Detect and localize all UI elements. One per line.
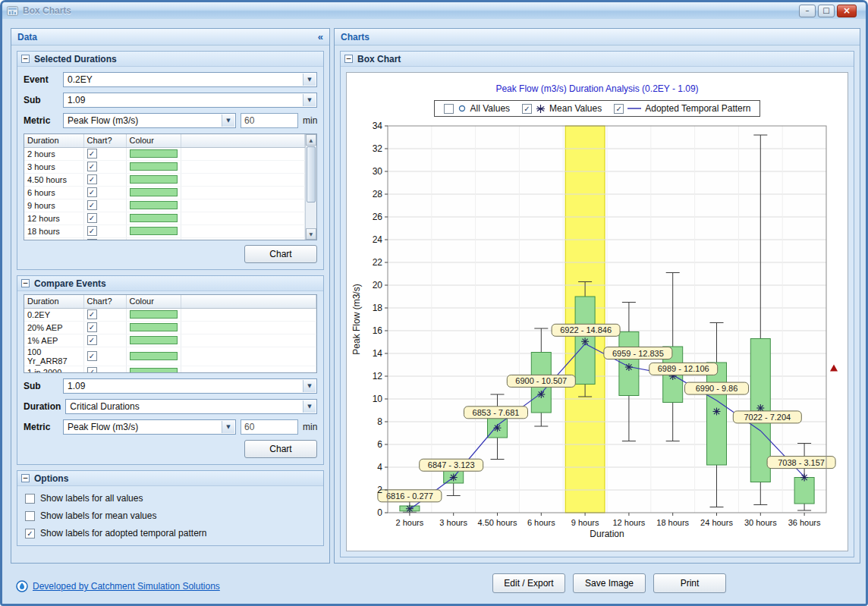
colour-swatch[interactable] <box>130 227 178 235</box>
row-checkbox[interactable]: ✓ <box>87 213 97 223</box>
colour-swatch[interactable] <box>130 201 178 209</box>
row-label[interactable]: 18 hours <box>24 225 83 237</box>
table-row: 24 hours✓ <box>24 237 304 240</box>
row-checkbox[interactable]: ✓ <box>87 187 97 197</box>
col-filler <box>181 134 304 147</box>
row-checkbox[interactable]: ✓ <box>87 200 97 210</box>
compare-metric-select[interactable]: Peak Flow (m3/s) ▼ <box>63 419 236 435</box>
box-chart-header[interactable]: − Box Chart <box>341 52 854 67</box>
selected-durations-header[interactable]: − Selected Durations <box>17 52 323 67</box>
panel-collapse-button[interactable]: « <box>318 31 323 42</box>
colour-swatch[interactable] <box>130 323 178 331</box>
row-label[interactable]: 20% AEP <box>24 321 83 334</box>
row-label[interactable]: 1% AEP <box>24 334 83 347</box>
svg-text:32: 32 <box>373 143 383 154</box>
row-checkbox[interactable]: ✓ <box>87 239 97 240</box>
compare-sub-select[interactable]: 1.09 ▼ <box>63 378 317 394</box>
colour-swatch[interactable] <box>130 336 178 344</box>
legend-checkbox[interactable]: ✓ <box>522 104 532 114</box>
metric-select[interactable]: Peak Flow (m3/s) ▼ <box>63 113 236 128</box>
developer-link[interactable]: Developed by Catchment Simulation Soluti… <box>33 581 220 592</box>
metric-minutes-input[interactable] <box>241 113 298 128</box>
event-select[interactable]: 0.2EY ▼ <box>63 72 317 87</box>
row-label[interactable]: 1 in 2000 <box>24 366 83 373</box>
scroll-up-icon[interactable]: ▲ <box>306 134 316 146</box>
colour-swatch[interactable] <box>130 240 178 240</box>
filler-cell <box>181 334 316 347</box>
svg-text:12: 12 <box>373 371 383 381</box>
row-checkbox[interactable]: ✓ <box>87 351 97 361</box>
scrollbar-thumb[interactable] <box>307 146 316 203</box>
col-colour[interactable]: Colour <box>126 134 181 147</box>
collapse-icon[interactable]: − <box>21 55 30 63</box>
compare-events-header[interactable]: − Compare Events <box>17 276 323 291</box>
close-button[interactable]: × <box>837 5 857 17</box>
col-chart[interactable]: Chart? <box>83 134 126 147</box>
row-label[interactable]: 3 hours <box>24 160 83 173</box>
colour-swatch[interactable] <box>130 310 178 319</box>
row-checkbox[interactable]: ✓ <box>87 174 97 184</box>
option-row-2[interactable]: ✓Show labels for adopted temporal patter… <box>25 528 316 538</box>
option-row-1[interactable]: Show labels for mean values <box>25 510 316 521</box>
titlebar[interactable]: Box Charts – □ × <box>2 2 866 19</box>
collapse-icon[interactable]: − <box>21 474 30 482</box>
legend-checkbox[interactable]: ✓ <box>614 104 624 114</box>
options-header[interactable]: − Options <box>17 471 323 486</box>
row-label[interactable]: 4.50 hours <box>24 173 83 186</box>
option-checkbox[interactable] <box>25 511 35 521</box>
colour-swatch[interactable] <box>130 368 178 373</box>
colour-swatch[interactable] <box>130 352 178 360</box>
row-checkbox[interactable]: ✓ <box>87 322 97 332</box>
legend-item-0[interactable]: All Values <box>444 103 510 114</box>
row-label[interactable]: 100 Yr_ARR87 <box>24 347 83 366</box>
row-label[interactable]: 2 hours <box>24 147 83 160</box>
row-checkbox[interactable]: ✓ <box>87 149 97 159</box>
svg-text:6 hours: 6 hours <box>527 518 555 527</box>
colour-swatch[interactable] <box>130 175 178 184</box>
colour-swatch[interactable] <box>130 162 178 171</box>
col-colour[interactable]: Colour <box>126 295 181 308</box>
compare-duration-select[interactable]: Critical Durations ▼ <box>65 399 317 414</box>
option-checkbox[interactable] <box>25 494 35 504</box>
row-label[interactable]: 24 hours <box>24 237 83 240</box>
filler-cell <box>181 321 316 334</box>
scroll-down-icon[interactable]: ▼ <box>306 228 316 240</box>
svg-text:24: 24 <box>373 234 383 245</box>
col-duration[interactable]: Duration <box>24 134 83 147</box>
durations-scrollbar[interactable]: ▲ ▼ <box>305 134 316 240</box>
row-checkbox[interactable]: ✓ <box>87 162 97 171</box>
col-chart[interactable]: Chart? <box>83 295 126 308</box>
option-checkbox[interactable]: ✓ <box>25 529 35 538</box>
filler-cell <box>181 237 304 240</box>
collapse-icon[interactable]: − <box>344 55 353 63</box>
row-label[interactable]: 9 hours <box>24 199 83 212</box>
edit-export-button[interactable]: Edit / Export <box>492 573 565 593</box>
chevron-down-icon: ▼ <box>307 97 311 103</box>
svg-text:18 hours: 18 hours <box>656 518 689 527</box>
row-checkbox[interactable]: ✓ <box>87 367 97 373</box>
colour-swatch[interactable] <box>130 188 178 196</box>
legend-checkbox[interactable] <box>444 104 454 114</box>
row-label[interactable]: 12 hours <box>24 212 83 225</box>
colour-swatch[interactable] <box>130 214 178 222</box>
row-label[interactable]: 6 hours <box>24 186 83 199</box>
row-label[interactable]: 0.2EY <box>24 308 83 321</box>
col-duration[interactable]: Duration <box>24 295 83 308</box>
print-button[interactable]: Print <box>653 573 726 593</box>
legend-item-1[interactable]: ✓Mean Values <box>522 103 602 114</box>
save-image-button[interactable]: Save Image <box>573 573 646 593</box>
footer-link[interactable]: Developed by Catchment Simulation Soluti… <box>16 580 220 592</box>
maximize-button[interactable]: □ <box>818 5 835 17</box>
row-checkbox[interactable]: ✓ <box>87 309 97 319</box>
compare-chart-button[interactable]: Chart <box>244 440 317 458</box>
colour-swatch[interactable] <box>130 149 178 158</box>
row-checkbox[interactable]: ✓ <box>87 335 97 345</box>
compare-minutes-input[interactable] <box>241 419 298 435</box>
minimize-button[interactable]: – <box>799 5 816 17</box>
row-checkbox[interactable]: ✓ <box>87 226 97 236</box>
legend-item-2[interactable]: ✓Adopted Temporal Pattern <box>614 103 750 114</box>
option-row-0[interactable]: Show labels for all values <box>25 493 316 504</box>
collapse-icon[interactable]: − <box>21 279 30 287</box>
durations-chart-button[interactable]: Chart <box>244 245 317 263</box>
sub-select[interactable]: 1.09 ▼ <box>63 93 317 108</box>
